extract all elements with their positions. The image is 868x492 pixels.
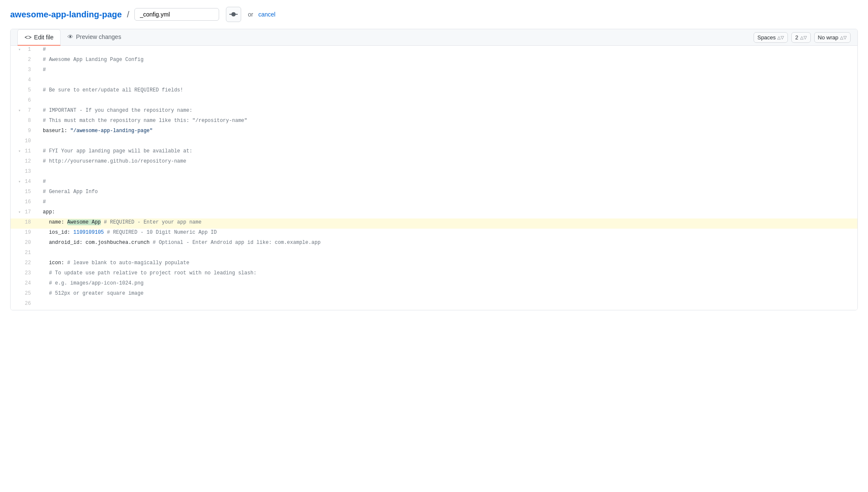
spaces-arrow: △▽ (777, 35, 784, 40)
preview-icon: 👁 (67, 33, 73, 40)
line-content: # Be sure to enter/update all REQUIRED f… (36, 86, 857, 97)
breadcrumb-sep: / (127, 10, 129, 19)
cancel-link[interactable]: cancel (258, 11, 275, 18)
table-row: 25 # 512px or greater square image (11, 290, 857, 300)
indent-select[interactable]: 2 △▽ (791, 32, 810, 43)
code-editor[interactable]: ▾1#2# Awesome App Landing Page Config3#4… (11, 46, 857, 310)
table-row: 19 ios_id: 1109109105 # REQUIRED - 10 Di… (11, 229, 857, 239)
table-row: ▾1# (11, 46, 857, 56)
line-number: ▾11 (11, 147, 36, 158)
line-content: # (36, 178, 857, 188)
line-number: 9 (11, 127, 36, 137)
line-content: # e.g. images/app-icon-1024.png (36, 279, 857, 290)
line-content: app: (36, 208, 857, 218)
line-number: ▾7 (11, 107, 36, 117)
table-row: 3# (11, 66, 857, 76)
line-content: # To update use path relative to project… (36, 269, 857, 279)
line-number: 26 (11, 300, 36, 310)
edit-icon: <> (25, 34, 31, 41)
indent-arrow: △▽ (800, 35, 807, 40)
table-row: 2# Awesome App Landing Page Config (11, 56, 857, 66)
line-content: icon: # leave blank to auto-magically po… (36, 259, 857, 269)
line-content: baseurl: "/awesome-app-landing-page" (36, 127, 857, 137)
line-number: ▾1 (11, 46, 36, 56)
table-row: 24 # e.g. images/app-icon-1024.png (11, 279, 857, 290)
line-number: 6 (11, 97, 36, 107)
tab-edit-label: Edit file (34, 34, 53, 41)
line-number: 3 (11, 66, 36, 76)
fold-arrow[interactable]: ▾ (18, 108, 21, 114)
line-content: # (36, 46, 857, 56)
line-content (36, 97, 857, 107)
repo-name-link[interactable]: awesome-app-landing-page (10, 10, 122, 19)
table-row: 5# Be sure to enter/update all REQUIRED … (11, 86, 857, 97)
header: awesome-app-landing-page / or cancel (0, 0, 868, 29)
fold-arrow[interactable]: ▾ (18, 209, 21, 216)
wrap-arrow: △▽ (840, 35, 847, 40)
line-number: ▾14 (11, 178, 36, 188)
filename-input[interactable] (134, 8, 219, 21)
tab-edit[interactable]: <> Edit file (17, 29, 61, 46)
tabs-right: Spaces △▽ 2 △▽ No wrap △▽ (754, 32, 851, 43)
tab-preview[interactable]: 👁 Preview changes (61, 29, 128, 45)
line-content: # (36, 66, 857, 76)
indent-value: 2 (795, 34, 798, 41)
line-number: 19 (11, 229, 36, 239)
line-number: 18 (11, 218, 36, 229)
code-table: ▾1#2# Awesome App Landing Page Config3#4… (11, 46, 857, 310)
table-row: ▾17app: (11, 208, 857, 218)
line-number: 5 (11, 86, 36, 97)
spaces-select[interactable]: Spaces △▽ (754, 32, 788, 43)
table-row: 20 android_id: com.joshbuchea.crunch # O… (11, 239, 857, 249)
table-row: 16# (11, 198, 857, 208)
line-content: # Awesome App Landing Page Config (36, 56, 857, 66)
line-content (36, 249, 857, 259)
line-content: # FYI Your app landing page will be avai… (36, 147, 857, 158)
line-number: 25 (11, 290, 36, 300)
table-row: 15# General App Info (11, 188, 857, 198)
fold-arrow[interactable]: ▾ (18, 148, 21, 155)
line-number: 24 (11, 279, 36, 290)
table-row: ▾11# FYI Your app landing page will be a… (11, 147, 857, 158)
table-row: 23 # To update use path relative to proj… (11, 269, 857, 279)
editor-container: <> Edit file 👁 Preview changes Spaces △▽… (10, 29, 858, 310)
tab-preview-label: Preview changes (76, 33, 121, 40)
line-number: 8 (11, 117, 36, 127)
table-row: ▾14# (11, 178, 857, 188)
table-row: 4 (11, 76, 857, 86)
wrap-label: No wrap (818, 34, 838, 41)
table-row: 9baseurl: "/awesome-app-landing-page" (11, 127, 857, 137)
line-number: 4 (11, 76, 36, 86)
line-number: 21 (11, 249, 36, 259)
line-content: # This must match the repository name li… (36, 117, 857, 127)
table-row: 26 (11, 300, 857, 310)
line-content: # 512px or greater square image (36, 290, 857, 300)
line-content: # (36, 198, 857, 208)
line-content (36, 168, 857, 178)
table-row: 22 icon: # leave blank to auto-magically… (11, 259, 857, 269)
line-number: 20 (11, 239, 36, 249)
tabs-bar: <> Edit file 👁 Preview changes Spaces △▽… (11, 29, 857, 46)
table-row: 12# http://yourusername.github.io/reposi… (11, 158, 857, 168)
line-content: ios_id: 1109109105 # REQUIRED - 10 Digit… (36, 229, 857, 239)
line-content (36, 137, 857, 147)
line-number: 10 (11, 137, 36, 147)
line-number: 13 (11, 168, 36, 178)
line-number: 23 (11, 269, 36, 279)
line-content (36, 300, 857, 310)
table-row: 6 (11, 97, 857, 107)
fold-arrow[interactable]: ▾ (18, 47, 21, 53)
line-number: 2 (11, 56, 36, 66)
or-text: or (248, 11, 253, 18)
line-content: # IMPORTANT - If you changed the reposit… (36, 107, 857, 117)
line-content: # http://yourusername.github.io/reposito… (36, 158, 857, 168)
table-row: 8# This must match the repository name l… (11, 117, 857, 127)
commit-icon (229, 10, 238, 19)
table-row: 18 name: Awesome App # REQUIRED - Enter … (11, 218, 857, 229)
wrap-select[interactable]: No wrap △▽ (814, 32, 851, 43)
commit-button[interactable] (226, 7, 241, 22)
table-row: ▾7# IMPORTANT - If you changed the repos… (11, 107, 857, 117)
fold-arrow[interactable]: ▾ (18, 179, 21, 185)
line-number: 12 (11, 158, 36, 168)
line-content: android_id: com.joshbuchea.crunch # Opti… (36, 239, 857, 249)
